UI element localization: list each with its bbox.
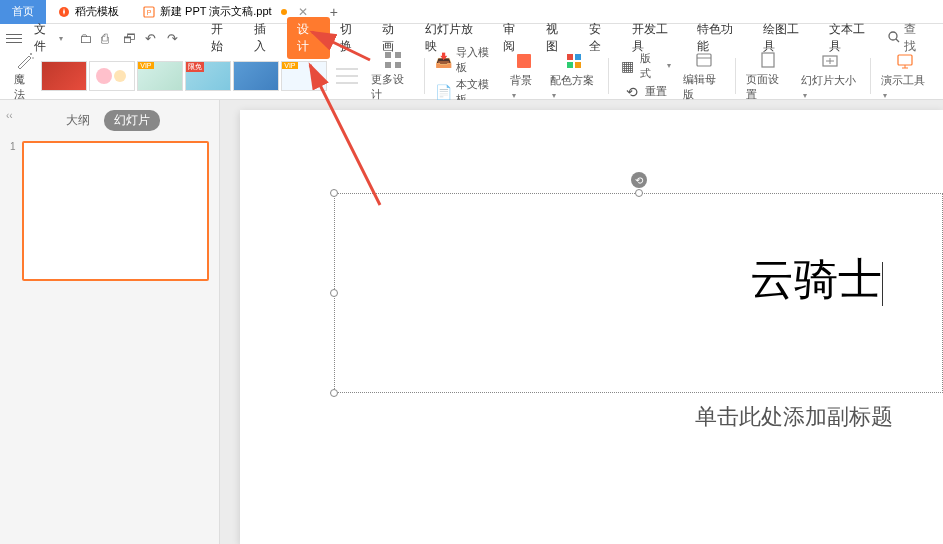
edit-master-button[interactable]: 编辑母版 [677,48,732,104]
separator [608,58,609,94]
tab-home-label: 首页 [12,4,34,19]
ribbon-tab-design[interactable]: 设计 [287,17,330,59]
grid-icon [383,50,403,70]
chevron-down-icon: ▾ [667,61,671,70]
separator [735,58,736,94]
chevron-down-icon: ▾ [803,91,807,100]
separator [424,58,425,94]
template-thumb-5[interactable] [233,61,279,91]
template-gallery: VIP 限免 VIP [41,61,365,91]
separator [870,58,871,94]
hamburger-icon[interactable] [6,30,22,46]
color-scheme-button[interactable]: 配色方案▾ [544,49,604,102]
ribbon-tab-start[interactable]: 开始 [201,17,244,59]
slide-thumbnail[interactable] [22,141,209,281]
present-tools-icon [895,51,915,71]
template-thumb-1[interactable] [41,61,87,91]
template-thumb-2[interactable] [89,61,135,91]
template-thumb-3[interactable]: VIP [137,61,183,91]
main-area: ‹‹ 大纲 幻灯片 1 ⟲ 云骑士 单击此处添加副标题 [0,100,943,544]
more-design-label: 更多设计 [371,72,414,102]
svg-point-3 [889,32,897,40]
slide-canvas[interactable]: ⟲ 云骑士 单击此处添加副标题 [240,110,943,544]
resize-handle[interactable] [330,189,338,197]
color-scheme-label: 配色方案▾ [550,73,598,100]
magic-button[interactable]: 魔法 [8,48,41,104]
side-panel: ‹‹ 大纲 幻灯片 1 [0,100,220,544]
layout-group: ▦ 版式▾ ⟲ 重置 [613,54,677,98]
background-icon [514,51,534,71]
svg-rect-21 [697,54,711,66]
print-preview-icon[interactable]: 🗗 [123,31,137,45]
tab-home[interactable]: 首页 [0,0,46,24]
ribbon-tab-insert[interactable]: 插入 [244,17,287,59]
slide-size-button[interactable]: 幻灯片大小▾ [795,49,866,102]
more-design-button[interactable]: 更多设计 [365,48,420,104]
resize-handle[interactable] [330,289,338,297]
side-tab-slides[interactable]: 幻灯片 [104,110,160,131]
import-template-label: 导入模板 [456,45,498,75]
background-label: 背景▾ [510,73,537,100]
present-tools-button[interactable]: 演示工具▾ [875,49,935,102]
redo-icon[interactable]: ↷ [167,31,181,45]
document-icon: 📄 [435,83,452,101]
rotate-handle-icon[interactable]: ⟲ [631,172,647,188]
edit-master-label: 编辑母版 [683,72,726,102]
svg-text:P: P [147,9,152,16]
layout-button[interactable]: ▦ 版式▾ [619,51,671,81]
chevron-down-icon: ▾ [552,91,556,100]
undo-icon[interactable]: ↶ [145,31,159,45]
reset-button[interactable]: ⟲ 重置 [623,83,667,101]
resize-handle[interactable] [330,389,338,397]
print-icon[interactable]: ⎙ [101,31,115,45]
slide-number: 1 [10,141,16,152]
chevron-down-icon: ▾ [883,91,887,100]
limited-badge: 限免 [186,62,204,72]
collapse-panel-button[interactable]: ‹‹ [6,110,13,121]
background-button[interactable]: 背景▾ [504,49,543,102]
svg-point-5 [30,53,32,55]
resize-handle[interactable] [635,189,643,197]
svg-rect-23 [762,53,774,67]
master-icon [694,50,714,70]
template-scroll-button[interactable] [329,61,365,91]
template-thumb-4[interactable]: 限免 [185,61,231,91]
layout-icon: ▦ [619,57,636,75]
present-tools-label: 演示工具▾ [881,73,929,100]
side-panel-tabs: 大纲 幻灯片 [10,110,209,131]
slide-title-text[interactable]: 云骑士 [750,250,883,309]
svg-rect-19 [567,62,573,68]
template-thumb-6[interactable]: VIP [281,61,327,91]
slide-subtitle-placeholder[interactable]: 单击此处添加副标题 [695,402,893,432]
slide-thumbnail-item[interactable]: 1 [10,141,209,281]
import-template-button[interactable]: 📥 导入模板 [435,45,499,75]
svg-point-8 [114,70,126,82]
magic-label: 魔法 [14,72,35,102]
svg-rect-12 [385,52,391,58]
color-scheme-icon [564,51,584,71]
svg-rect-16 [517,54,531,68]
vip-badge: VIP [138,62,153,69]
save-icon[interactable]: 🗀 [79,31,93,45]
quick-access-toolbar: 🗀 ⎙ 🗗 ↶ ↷ [79,31,181,45]
chevron-down-icon: ▾ [59,34,63,43]
svg-rect-25 [898,55,912,65]
flame-icon [58,6,70,18]
vip-badge-2: VIP [282,62,297,69]
reset-label: 重置 [645,84,667,99]
svg-rect-15 [395,62,401,68]
text-cursor [882,262,883,306]
tab-docker-label: 稻壳模板 [75,4,119,19]
svg-rect-14 [385,62,391,68]
page-setup-button[interactable]: 页面设置 [740,48,795,104]
slide-size-icon [820,51,840,71]
svg-line-4 [896,39,899,42]
side-tab-outline[interactable]: 大纲 [60,110,96,131]
template-group: 📥 导入模板 📄 本文模板 [429,54,505,98]
slide-size-label: 幻灯片大小▾ [801,73,860,100]
tab-docker-templates[interactable]: 稻壳模板 [46,0,131,24]
magic-wand-icon [15,50,35,70]
unsaved-dot-icon [281,9,287,15]
canvas-area: ⟲ 云骑士 单击此处添加副标题 [220,100,943,544]
chevron-down-icon: ▾ [512,91,516,100]
